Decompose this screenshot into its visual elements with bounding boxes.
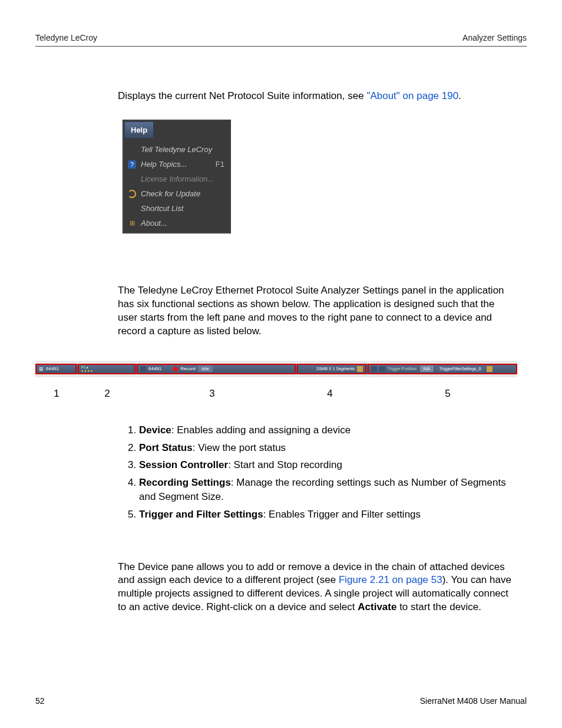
menu-item-about[interactable]: ⊞ About... [123, 216, 230, 230]
list-item: Trigger and Filter Settings: Enables Tri… [139, 508, 515, 522]
shortcut-key: F1 [216, 160, 224, 169]
header-right: Analyzer Settings [462, 33, 527, 42]
blank-icon [128, 146, 136, 154]
icon-a [371, 366, 377, 372]
footer: 52 SierraNet M408 User Manual [35, 696, 527, 706]
header-left: Teledyne LeCroy [35, 33, 97, 42]
y-icon [357, 366, 363, 372]
toolbar-port-status-pane[interactable]: P1▲ ● ● ● ● [78, 364, 135, 374]
running-header: Teledyne LeCroy Analyzer Settings [35, 33, 527, 47]
menu-item-shortcut-list[interactable]: Shortcut List [123, 201, 230, 216]
manual-title: SierraNet M408 User Manual [420, 696, 527, 706]
help-menu-title[interactable]: Help [124, 121, 154, 139]
menu-item-tell-teledyne[interactable]: Tell Teledyne LeCroy [123, 142, 230, 157]
section-list: Device: Enables adding and assigning a d… [118, 423, 515, 522]
record-icon [173, 367, 178, 371]
toolbar-trigger-filter-pane[interactable]: Trigger Position: NA TriggerFilterSettin… [368, 364, 517, 374]
refresh-icon [128, 190, 136, 198]
list-item: Session Controller: Start and Stop recor… [139, 458, 515, 472]
plus-icon: ⊞ [39, 366, 44, 372]
list-item: Device: Enables adding and assigning a d… [139, 423, 515, 437]
y-icon [487, 366, 492, 372]
settings-paragraph: The Teledyne LeCroy Ethernet Protocol Su… [118, 284, 515, 338]
idle-status: Idle [198, 365, 213, 372]
toolbar-figure: ⊞ 64491 P1▲ ● ● ● ● 64491 Record Idle 2S… [35, 361, 517, 388]
blank-icon [128, 205, 136, 213]
figure-link[interactable]: Figure 2.21 on page 53 [339, 574, 442, 585]
list-item: Port Status: View the port status [139, 441, 515, 455]
menu-item-help-topics[interactable]: ? Help Topics... F1 [123, 157, 230, 172]
toolbar-session-controller-pane[interactable]: 64491 Record Idle [137, 364, 296, 374]
toolbar-recording-settings-pane[interactable]: 2SMB X 1 Segments [297, 364, 366, 374]
about-link[interactable]: "About" on page 190 [366, 90, 458, 101]
device-paragraph: The Device pane allows you to add or rem… [118, 561, 515, 615]
question-icon: ? [128, 160, 136, 169]
menu-item-check-update[interactable]: Check for Update [123, 186, 230, 201]
page-number: 52 [35, 696, 45, 706]
help-menu-screenshot: Help Tell Teledyne LeCroy ? Help Topics.… [123, 120, 231, 233]
menu-item-license-info: License Information... [123, 172, 230, 186]
list-item: Recording Settings: Manage the recording… [139, 476, 515, 504]
intro-paragraph: Displays the current Net Protocol Suite … [118, 90, 515, 102]
icon-b [379, 366, 385, 372]
about-icon: ⊞ [128, 219, 136, 228]
blank-icon [128, 175, 136, 183]
chip-icon [140, 366, 146, 372]
toolbar-device-pane[interactable]: ⊞ 64491 [35, 364, 77, 374]
